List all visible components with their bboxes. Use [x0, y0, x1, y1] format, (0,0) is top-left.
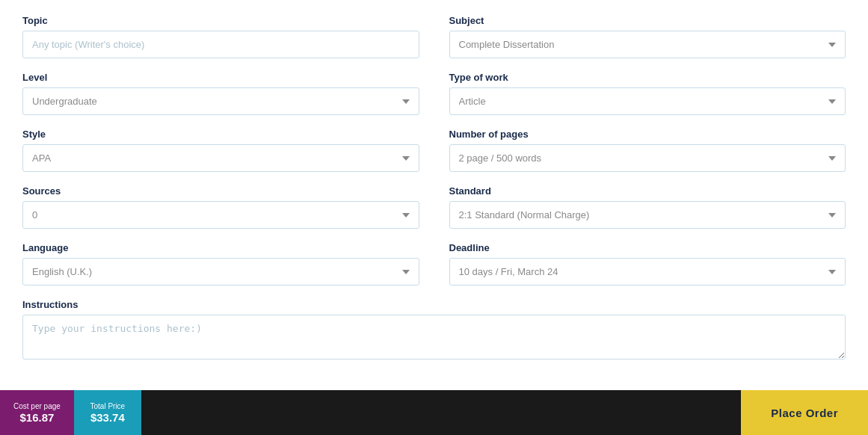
total-price-value: $33.74 — [90, 411, 125, 424]
subject-label: Subject — [449, 15, 846, 26]
instructions-label: Instructions — [22, 299, 846, 310]
total-price-label: Total Price — [90, 401, 125, 411]
type-of-work-label: Type of work — [449, 72, 846, 83]
level-group: Level UndergraduateHigh SchoolCollegeUni… — [22, 72, 419, 115]
style-group: Style APAMLAChicagoHarvard — [22, 129, 419, 172]
topic-label: Topic — [22, 15, 419, 26]
standard-label: Standard — [449, 185, 846, 197]
place-order-button[interactable]: Place Order — [741, 390, 868, 435]
subject-group: Subject Complete DissertationEssayResear… — [449, 15, 846, 58]
deadline-group: Deadline 10 days / Fri, March 247 days5 … — [449, 242, 846, 286]
language-label: Language — [22, 242, 419, 253]
number-of-pages-label: Number of pages — [449, 129, 846, 140]
language-select[interactable]: English (U.K.)English (U.S.)Other — [22, 258, 419, 286]
footer-bar: Cost per page $16.87 Total Price $33.74 … — [0, 390, 868, 435]
standard-group: Standard 2:1 Standard (Normal Charge)1:1… — [449, 185, 846, 229]
instructions-group: Instructions — [22, 299, 846, 362]
sources-label: Sources — [22, 185, 419, 197]
form-grid: Topic Subject Complete DissertationEssay… — [22, 15, 846, 376]
cost-per-page-label: Cost per page — [13, 401, 61, 411]
total-price-block: Total Price $33.74 — [74, 390, 141, 435]
instructions-textarea[interactable] — [22, 315, 846, 360]
main-content: Topic Subject Complete DissertationEssay… — [0, 0, 868, 390]
subject-select[interactable]: Complete DissertationEssayResearch Paper… — [449, 31, 846, 58]
style-label: Style — [22, 129, 419, 140]
number-of-pages-group: Number of pages 1 page / 275 words2 page… — [449, 129, 846, 172]
style-select[interactable]: APAMLAChicagoHarvard — [22, 144, 419, 172]
type-of-work-group: Type of work ArticleEssayResearch PaperC… — [449, 72, 846, 115]
deadline-select[interactable]: 10 days / Fri, March 247 days5 days3 day… — [449, 258, 846, 286]
deadline-label: Deadline — [449, 242, 846, 253]
sources-group: Sources 012345 — [22, 185, 419, 229]
topic-input[interactable] — [22, 31, 419, 58]
type-of-work-select[interactable]: ArticleEssayResearch PaperCase Study — [449, 87, 846, 115]
level-select[interactable]: UndergraduateHigh SchoolCollegeUniversit… — [22, 87, 419, 115]
cost-per-page-value: $16.87 — [19, 411, 54, 424]
number-of-pages-select[interactable]: 1 page / 275 words2 page / 500 words3 pa… — [449, 144, 846, 172]
level-label: Level — [22, 72, 419, 83]
topic-group: Topic — [22, 15, 419, 58]
cost-per-page-block: Cost per page $16.87 — [0, 390, 74, 435]
sources-select[interactable]: 012345 — [22, 201, 419, 229]
language-group: Language English (U.K.)English (U.S.)Oth… — [22, 242, 419, 286]
standard-select[interactable]: 2:1 Standard (Normal Charge)1:1 Premium2… — [449, 201, 846, 229]
